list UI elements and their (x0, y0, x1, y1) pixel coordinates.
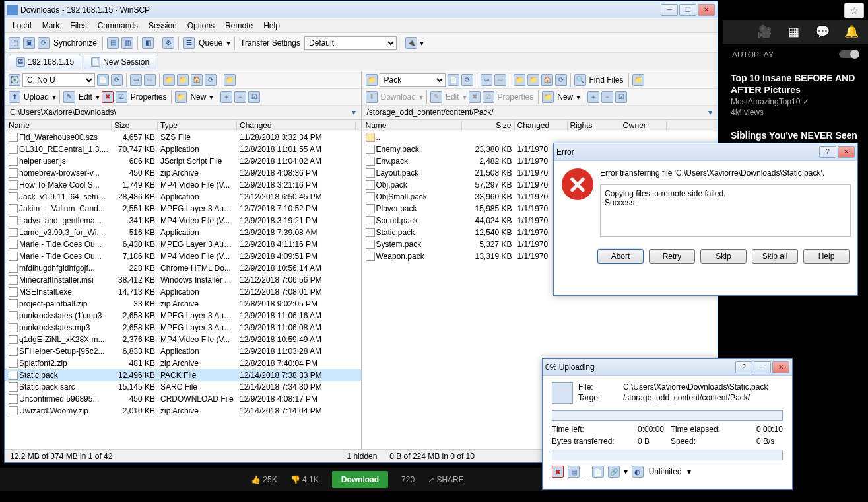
toolbar-icon[interactable]: 📄 (592, 466, 604, 478)
delete-icon[interactable]: ✖ (102, 91, 114, 103)
menu-files[interactable]: Files (65, 20, 92, 32)
edit-button[interactable]: Edit (77, 92, 94, 102)
yt-messages-icon[interactable]: 💬 (815, 24, 830, 39)
new-folder-icon[interactable]: 📁 (175, 91, 187, 103)
toolbar-icon[interactable]: ◧ (142, 37, 154, 49)
maximize-button[interactable]: ☐ (679, 4, 696, 16)
menu-session[interactable]: Session (143, 20, 182, 32)
plus-icon[interactable]: ＋ (220, 91, 232, 103)
home-icon[interactable]: 🏠 (191, 74, 203, 86)
file-row[interactable]: project-paintball.zip33 KBzip Archive12/… (5, 298, 361, 310)
column-header[interactable]: Name (363, 121, 462, 130)
remote-drive-select[interactable]: Pack (380, 73, 446, 87)
toolbar-icon[interactable]: 🔗 (608, 466, 620, 478)
local-file-list[interactable]: NameSizeTypeChanged Fld_Warehouse00.szs4… (5, 120, 361, 449)
yt-autoplay-toggle[interactable] (839, 50, 859, 58)
file-row[interactable]: Marie - Tide Goes Ou...7,186 KBMP4 Video… (5, 250, 361, 262)
refresh-icon[interactable]: ⟳ (461, 74, 473, 86)
file-row[interactable]: Ladys_and_gentlema...341 KBMP4 Video Fil… (5, 215, 361, 227)
yt-upload-icon[interactable]: 🎥 (757, 24, 772, 39)
home-icon[interactable]: 🏠 (541, 74, 553, 86)
yt-apps-icon[interactable]: ▦ (786, 24, 801, 39)
new-session-tab[interactable]: 📄New Session (84, 55, 156, 69)
file-row[interactable]: How To Make Cool S...1,749 KBMP4 Video F… (5, 179, 361, 191)
help-button[interactable]: Help (803, 249, 850, 264)
folder-icon[interactable]: 📁 (177, 74, 189, 86)
file-row[interactable]: Fld_Warehouse00.szs4,657 KBSZS File11/28… (5, 131, 361, 143)
column-header[interactable]: Changed (515, 121, 568, 130)
edit-icon[interactable]: ✎ (63, 91, 75, 103)
toolbar-icon[interactable]: ▣ (23, 37, 35, 49)
skip-button[interactable]: Skip (700, 249, 747, 264)
file-row[interactable]: Unconfirmed 596895...450 KBCRDOWNLOAD Fi… (5, 393, 361, 405)
folder-icon[interactable]: 📁 (366, 74, 378, 86)
speed-icon[interactable]: ◐ (632, 466, 644, 478)
toolbar-icon[interactable]: ⬚ (9, 37, 20, 49)
drive-icon[interactable]: 💽 (9, 74, 20, 86)
file-row[interactable]: Splatfont2.zip481 KBzip Archive12/8/2018… (5, 357, 361, 369)
menu-commands[interactable]: Commands (92, 20, 143, 32)
toolbar-icon[interactable]: 🔌 (405, 37, 417, 49)
close-button[interactable]: ✕ (698, 4, 715, 16)
folder-icon[interactable]: 📁 (527, 74, 539, 86)
refresh-icon[interactable]: ⟳ (111, 74, 123, 86)
new-button[interactable]: New (189, 92, 207, 102)
file-row[interactable]: Marie - Tide Goes Ou...6,430 KBMPEG Laye… (5, 238, 361, 250)
yt-recommendation[interactable]: Top 10 Insane BEFORE AND AFTER PicturesM… (723, 66, 868, 124)
file-row[interactable]: MSEInstall.exe14,713 KBApplication12/12/… (5, 286, 361, 298)
favorites-icon[interactable]: 📄 (448, 74, 459, 86)
plus-icon[interactable]: ＋ (587, 91, 599, 103)
close-button[interactable]: ✕ (772, 361, 789, 373)
minimize-button[interactable]: ─ (661, 4, 678, 16)
toolbar-icon[interactable]: ▥ (121, 37, 133, 49)
speed-limit[interactable]: Unlimited (648, 467, 683, 476)
menu-remote[interactable]: Remote (220, 20, 258, 32)
toolbar-icon[interactable]: ▤ (107, 37, 119, 49)
queue-button[interactable]: Queue (197, 38, 224, 48)
back-icon[interactable]: ⇦ (481, 74, 492, 86)
search-icon[interactable]: 🔍 (574, 74, 586, 86)
parent-dir-row[interactable]: .. (362, 131, 718, 143)
sync-icon[interactable]: ⟳ (38, 37, 50, 49)
file-row[interactable]: MinecraftInstaller.msi38,412 KBWindows I… (5, 274, 361, 286)
folder-icon[interactable]: 📁 (163, 74, 175, 86)
upload-button[interactable]: Upload (22, 92, 50, 102)
video-download-button[interactable]: Download (332, 471, 388, 488)
abort-button[interactable]: Abort (597, 249, 644, 264)
yt-notifications-icon[interactable]: 🔔 (844, 24, 859, 39)
queue-icon[interactable]: ☰ (183, 37, 195, 49)
folder-icon[interactable]: 📁 (224, 74, 236, 86)
file-row[interactable]: SFHelper-Setup-[95c2...6,833 KBApplicati… (5, 345, 361, 357)
column-header[interactable]: Rights (568, 121, 620, 130)
file-row[interactable]: Static.pack12,496 KBPACK File12/14/2018 … (5, 369, 361, 381)
skip-all-button[interactable]: Skip all (752, 249, 798, 264)
menu-mark[interactable]: Mark (37, 20, 65, 32)
synchronize-button[interactable]: Synchronize (52, 38, 98, 48)
transfer-settings-select[interactable]: Default (304, 36, 397, 50)
column-header[interactable]: Changed (237, 121, 356, 130)
file-row[interactable]: Jakim_-_Valium_Cand...2,551 KBMPEG Layer… (5, 203, 361, 215)
file-row[interactable]: GL310_RECentral_1.3....70,747 KBApplicat… (5, 143, 361, 155)
refresh-icon[interactable]: ⟳ (205, 74, 217, 86)
titlebar[interactable]: Downloads - 192.168.1.15 - WinSCP ─ ☐ ✕ (5, 1, 718, 18)
session-tab-active[interactable]: 🖥192.168.1.15 (9, 55, 81, 69)
column-header[interactable]: Name (6, 121, 112, 130)
browser-star-icon[interactable]: ☆ (844, 3, 864, 18)
folder-icon[interactable]: 📁 (514, 74, 525, 86)
file-row[interactable]: punkrockstates (1).mp32,658 KBMPEG Layer… (5, 310, 361, 322)
properties-button[interactable]: Properties (129, 92, 168, 102)
find-files-button[interactable]: Find Files (588, 75, 625, 85)
minus-icon[interactable]: － (234, 91, 246, 103)
file-row[interactable]: q1dgE-ZiNL_xK28X.m...2,376 KBMP4 Video F… (5, 334, 361, 345)
local-drive-select[interactable]: C: No U (22, 73, 95, 87)
column-header[interactable]: Size (112, 121, 158, 130)
favorites-icon[interactable]: 📄 (97, 74, 109, 86)
props-icon[interactable]: ☑ (116, 91, 127, 103)
column-header[interactable]: Type (158, 121, 237, 130)
column-header[interactable]: Size (462, 121, 515, 130)
file-row[interactable]: homebrew-browser-v...450 KBzip Archive12… (5, 167, 361, 179)
file-row[interactable]: Uwizard.Woomy.zip2,010 KBzip Archive12/1… (5, 405, 361, 417)
file-row[interactable]: mfdihugdhfgidhfgojf...228 KBChrome HTML … (5, 262, 361, 274)
check-icon[interactable]: ☑ (615, 91, 627, 103)
folder-icon[interactable]: 📁 (632, 74, 644, 86)
